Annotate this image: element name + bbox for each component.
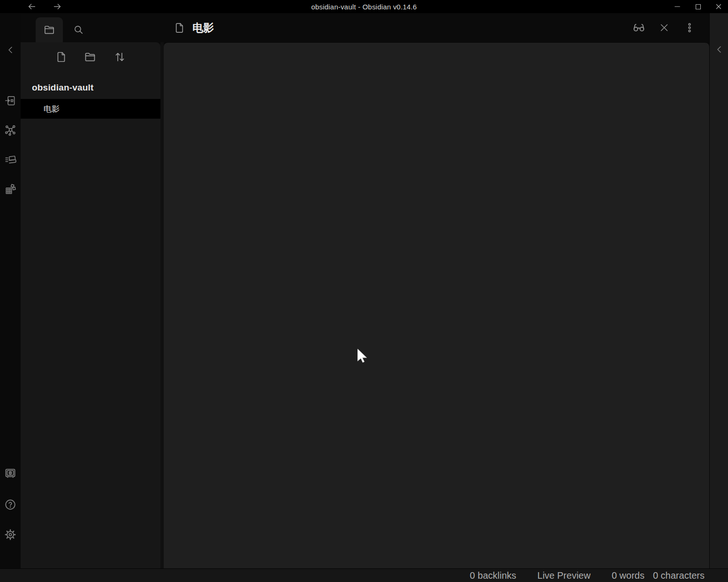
status-word-count: 0 words [612, 570, 645, 581]
sort-icon [114, 51, 126, 63]
close-window-button[interactable] [713, 1, 724, 12]
left-ribbon [0, 13, 21, 568]
folder-icon [44, 24, 55, 36]
status-backlinks[interactable]: 0 backlinks [470, 570, 516, 581]
maximize-icon [694, 3, 702, 11]
title-bar: obsidian-vault - Obsidian v0.14.6 [0, 0, 728, 13]
file-item-selected[interactable]: 电影 [21, 99, 160, 119]
right-sidebar-strip [709, 13, 728, 568]
help-button[interactable] [4, 499, 17, 511]
new-folder-icon [84, 51, 96, 63]
note-title: 电影 [192, 21, 214, 35]
more-options-button[interactable] [683, 21, 696, 34]
editor-header-actions [632, 21, 696, 34]
settings-button[interactable] [4, 529, 17, 541]
status-bar: 0 backlinks Live Preview 0 words 0 chara… [0, 568, 728, 582]
tab-file-explorer[interactable] [36, 17, 63, 42]
reading-view-icon [632, 21, 645, 34]
search-icon [73, 24, 84, 36]
editor-content-area[interactable] [164, 42, 709, 568]
new-note-button[interactable] [55, 51, 68, 63]
status-editor-mode[interactable]: Live Preview [538, 570, 591, 581]
sort-order-button[interactable] [114, 51, 126, 63]
document-icon [174, 22, 185, 34]
close-icon [714, 2, 723, 11]
graph-icon [4, 124, 16, 136]
close-tab-button[interactable] [658, 21, 671, 34]
editor-tab-header: 电影 [160, 13, 709, 42]
open-vault-button[interactable] [4, 467, 17, 480]
status-character-count: 0 characters [653, 570, 705, 581]
minimize-button[interactable] [672, 1, 683, 12]
quick-switcher-icon [4, 94, 16, 106]
cards-icon [4, 153, 16, 166]
window-controls [672, 0, 724, 13]
file-item-label: 电影 [44, 104, 60, 114]
more-options-icon [684, 22, 695, 33]
chevron-left-icon [5, 44, 16, 55]
left-sidebar-tab-strip [21, 13, 160, 42]
minimize-icon [673, 2, 682, 11]
gear-icon [4, 529, 17, 541]
expand-right-sidebar-button[interactable] [713, 43, 726, 56]
close-tab-icon [659, 22, 670, 33]
vault-icon [4, 467, 17, 480]
reading-view-button[interactable] [632, 21, 645, 34]
file-explorer-panel: obsidian-vault 电影 [21, 42, 160, 568]
tab-search[interactable] [65, 17, 92, 42]
collapse-left-sidebar-button[interactable] [4, 44, 17, 56]
help-icon [4, 499, 17, 511]
random-note-button[interactable] [4, 183, 17, 196]
cards-button[interactable] [4, 153, 17, 166]
vault-title[interactable]: obsidian-vault [32, 83, 94, 93]
maximize-button[interactable] [692, 1, 704, 12]
window-title: obsidian-vault - Obsidian v0.14.6 [0, 0, 728, 13]
quick-switcher-button[interactable] [4, 94, 17, 107]
dice-grid-icon [4, 183, 16, 195]
chevron-left-icon [713, 44, 725, 55]
new-folder-button[interactable] [84, 51, 97, 63]
graph-view-button[interactable] [4, 124, 17, 136]
pane-resize-divider[interactable] [160, 42, 164, 568]
new-note-icon [55, 51, 67, 63]
